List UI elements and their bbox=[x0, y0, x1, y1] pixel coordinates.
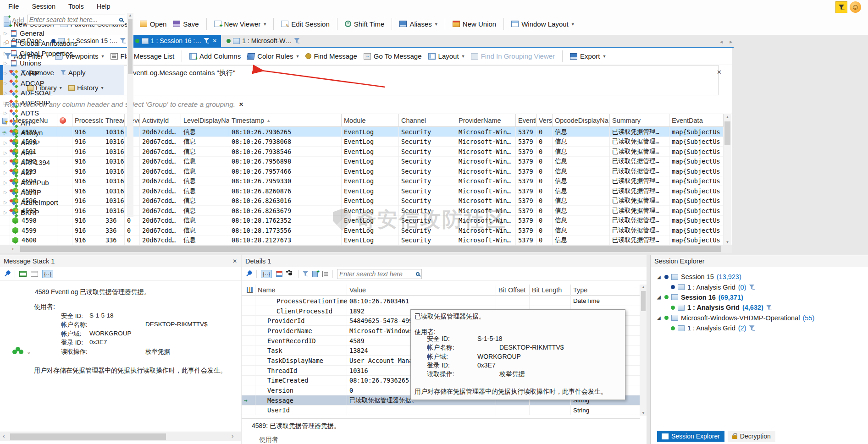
menu-session[interactable]: Session bbox=[25, 3, 62, 10]
add-field-button[interactable]: Add bbox=[12, 16, 24, 24]
session-tree-item[interactable]: ◢Microsoft-Windows-VHDMP-Operational(55) bbox=[651, 313, 868, 323]
collapsed-arrow-icon[interactable]: ▷ bbox=[4, 90, 8, 95]
scroll-down-icon[interactable]: ▼ bbox=[724, 240, 731, 244]
close-filter-icon[interactable] bbox=[717, 69, 722, 76]
find-message-button[interactable]: Find Message bbox=[305, 52, 357, 60]
collapsed-arrow-icon[interactable]: ▷ bbox=[4, 110, 8, 115]
session-tree-item[interactable]: ◢Session 15(13,923) bbox=[651, 272, 868, 282]
column-header-opcodedisplayna[interactable]: OpcodeDisplayNa bbox=[553, 114, 610, 127]
grid-row[interactable]: 4599916336020d67cdd…信息08:10:28.1773556Ev… bbox=[0, 225, 724, 236]
field-group-aarp[interactable]: ▷AARP bbox=[0, 68, 127, 78]
scrollbar-thumb[interactable] bbox=[10, 433, 166, 440]
feedback-smiley-icon[interactable]: ☺ bbox=[850, 1, 861, 13]
field-group-arp1394[interactable]: ▷ARP1394 bbox=[0, 158, 127, 168]
menu-help[interactable]: Help bbox=[90, 3, 117, 10]
chevron-down-icon[interactable]: ⌄ bbox=[27, 349, 31, 355]
column-header-channel[interactable]: Channel bbox=[399, 114, 456, 127]
new-union-button[interactable]: New Union bbox=[453, 20, 496, 28]
field-group-global-properties[interactable]: ▷Global Properties bbox=[0, 48, 127, 58]
braces-view-icon[interactable] bbox=[42, 270, 53, 278]
layout-button[interactable]: Layout▾ bbox=[428, 52, 464, 60]
field-group-azureimport[interactable]: ▷AzureImport bbox=[0, 197, 127, 208]
aliases-button[interactable]: Aliases▾ bbox=[399, 20, 437, 28]
close-tab-icon[interactable] bbox=[212, 38, 217, 44]
scroll-up-icon[interactable]: ▲ bbox=[127, 13, 133, 17]
scrollbar-thumb[interactable] bbox=[128, 19, 133, 74]
color-rules-button[interactable]: Color Rules▾ bbox=[247, 52, 299, 60]
field-group-ardp[interactable]: ▷ARDP bbox=[0, 138, 127, 148]
collapsed-arrow-icon[interactable]: ▷ bbox=[4, 190, 8, 195]
field-group-general[interactable]: ▷General bbox=[0, 28, 127, 38]
field-group-atompub[interactable]: ▷AtomPub bbox=[0, 177, 127, 187]
pin-icon[interactable] bbox=[245, 270, 252, 277]
filter-values-icon[interactable] bbox=[303, 271, 308, 277]
scrollbar-thumb[interactable] bbox=[724, 121, 730, 145]
field-group-unions[interactable]: ▷Unions bbox=[0, 58, 127, 68]
expand-icon[interactable]: ◢ bbox=[657, 295, 662, 300]
grid-horizontal-scrollbar[interactable]: ‹ bbox=[0, 245, 732, 253]
details-column-bit-offset[interactable]: Bit Offset bbox=[496, 285, 530, 296]
collapsed-arrow-icon[interactable]: ▷ bbox=[4, 180, 8, 185]
expand-icon[interactable]: ◢ bbox=[657, 274, 662, 280]
window-layout-button[interactable]: Window Layout▾ bbox=[511, 20, 574, 28]
scroll-left-icon[interactable]: ‹ bbox=[3, 433, 5, 439]
collapsed-arrow-icon[interactable]: ▷ bbox=[4, 200, 8, 205]
filter-expression-editor[interactable]: EventLog.Message contains "执行" bbox=[124, 65, 719, 95]
column-header-eventl[interactable]: Eventl bbox=[516, 114, 536, 127]
add-column-icon[interactable] bbox=[312, 271, 318, 277]
details-column-value[interactable]: Value bbox=[347, 285, 496, 296]
field-group-authip[interactable]: ▷AuthIP bbox=[0, 187, 127, 197]
field-group-adcap[interactable]: ▷ADCAP bbox=[0, 78, 127, 88]
collapsed-arrow-icon[interactable]: ▷ bbox=[4, 210, 8, 215]
quick-filter-button[interactable] bbox=[835, 1, 847, 13]
field-group-alljoyn[interactable]: ▷AllJoyn bbox=[0, 128, 127, 138]
open-button[interactable]: Open bbox=[140, 20, 167, 28]
field-group-arp[interactable]: ▷ARP bbox=[0, 148, 127, 158]
details-column-type[interactable]: Type bbox=[571, 285, 640, 296]
scrollbar-thumb[interactable] bbox=[20, 246, 721, 252]
grid-row[interactable]: 4600916336020d67cdd…信息08:10:28.2127673Ev… bbox=[0, 236, 724, 246]
field-group-adfspip[interactable]: ▷ADFSPIP bbox=[0, 98, 127, 108]
field-group-bkrp[interactable]: ▷BKRP bbox=[0, 207, 127, 217]
tab-1-microsoft-w[interactable]: 1 : Microsoft-W… bbox=[222, 35, 304, 47]
field-group-adts[interactable]: ▷ADTS bbox=[0, 108, 127, 118]
annotation-icon[interactable] bbox=[276, 271, 282, 277]
details-search[interactable] bbox=[337, 269, 422, 279]
collapsed-arrow-icon[interactable]: ▷ bbox=[4, 41, 8, 46]
collapsed-arrow-icon[interactable]: ▷ bbox=[4, 140, 8, 145]
scroll-right-icon[interactable]: › bbox=[232, 433, 233, 439]
field-chooser-search[interactable] bbox=[27, 15, 125, 25]
column-header-timestamp[interactable]: Timestamp▲ bbox=[229, 114, 342, 127]
shift-time-button[interactable]: Shift Time bbox=[345, 20, 385, 28]
new-viewer-button[interactable]: New Viewer▾ bbox=[214, 20, 266, 28]
collapsed-arrow-icon[interactable]: ▷ bbox=[4, 51, 8, 56]
collapsed-arrow-icon[interactable]: ▷ bbox=[4, 150, 8, 155]
collapsed-arrow-icon[interactable]: ▷ bbox=[4, 100, 8, 105]
credentials-cluster-icon[interactable] bbox=[16, 347, 20, 351]
save-button[interactable]: Save bbox=[173, 20, 199, 28]
dock-tab-session-explorer[interactable]: Session Explorer bbox=[657, 431, 724, 442]
field-group-asf[interactable]: ▷ASF bbox=[0, 168, 127, 178]
paw-icon[interactable] bbox=[288, 273, 292, 275]
grid-view-icon[interactable] bbox=[19, 271, 27, 277]
collapsed-arrow-icon[interactable]: ▷ bbox=[4, 60, 8, 66]
pin-icon[interactable] bbox=[4, 270, 11, 277]
collapsed-arrow-icon[interactable]: ▷ bbox=[4, 130, 8, 135]
field-group-adfsoal[interactable]: ▷ADFSOAL bbox=[0, 88, 127, 98]
close-hint-icon[interactable] bbox=[239, 101, 243, 108]
grid-vertical-scrollbar[interactable]: ▲ ▼ bbox=[724, 114, 731, 245]
details-column-bit-length[interactable]: Bit Length bbox=[530, 285, 571, 296]
field-chooser-scrollbar[interactable]: ▲ bbox=[127, 13, 133, 217]
collapsed-arrow-icon[interactable]: ▷ bbox=[4, 160, 8, 165]
session-tree-item[interactable]: ◢Session 16(69,371) bbox=[651, 292, 868, 302]
details-search-input[interactable] bbox=[339, 270, 416, 278]
column-header-providername[interactable]: ProviderName bbox=[456, 114, 516, 127]
field-group-global-annotations[interactable]: ▷Global Annotations bbox=[0, 38, 127, 49]
column-header-summary[interactable]: Summary bbox=[610, 114, 669, 127]
menu-tools[interactable]: Tools bbox=[62, 3, 90, 10]
details-row[interactable]: ProcessCreationTime08:10:26.7603461DateT… bbox=[242, 296, 640, 306]
scroll-up-icon[interactable]: ▲ bbox=[640, 285, 647, 289]
field-search-input[interactable] bbox=[29, 16, 119, 23]
export-button[interactable]: Export▾ bbox=[570, 52, 605, 60]
table-view-icon[interactable] bbox=[31, 271, 38, 277]
